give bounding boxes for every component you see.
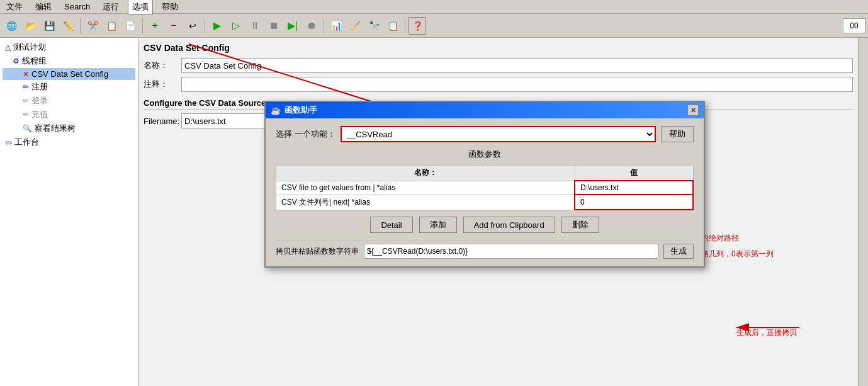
param-row-1: CSV file to get values from | *alias D:\… bbox=[276, 181, 694, 195]
detail-button[interactable]: Detail bbox=[370, 217, 412, 233]
toolbar-sep-4 bbox=[324, 18, 324, 33]
counter-display: 00 bbox=[843, 18, 865, 33]
copy-row: 拷贝并粘贴函数数字符串 生成 bbox=[276, 241, 694, 259]
panel-title: CSV Data Set Config bbox=[144, 43, 853, 53]
tb-copy[interactable]: 📋 bbox=[103, 17, 120, 35]
toolbar-sep-3 bbox=[205, 18, 205, 33]
add-from-clipboard-button[interactable]: Add from Clipboard bbox=[463, 217, 555, 233]
menubar: 文件 编辑 Search 运行 选项 帮助 bbox=[0, 0, 868, 14]
tb-remove[interactable]: － bbox=[165, 17, 183, 35]
help-button[interactable]: 帮助 bbox=[661, 126, 694, 142]
dialog-title: ☕ 函数助手 bbox=[271, 105, 317, 116]
right-panel: CSV Data Set Config 名称： 注释： Configure th… bbox=[138, 38, 858, 386]
tb-open[interactable]: 📂 bbox=[21, 17, 39, 35]
tb-paste[interactable]: 📄 bbox=[121, 17, 139, 35]
recharge-icon: ✏ bbox=[23, 110, 29, 119]
tb-back[interactable]: ↩ bbox=[184, 17, 201, 35]
param-row-2: CSV 文件列号| next| *alias 0 bbox=[276, 195, 694, 210]
param-value-2[interactable]: 0 bbox=[575, 195, 693, 210]
dialog-box: ☕ 函数助手 ✕ 选择 一个功能： __CSVRead 帮助 函数参数 bbox=[264, 101, 705, 268]
register-icon: ✏ bbox=[23, 82, 29, 91]
menu-run[interactable]: 运行 bbox=[99, 0, 123, 14]
param-value-1[interactable]: D:\users.txt bbox=[575, 181, 693, 195]
tb-stop[interactable]: ⏹ bbox=[265, 17, 283, 35]
tb-table[interactable]: 📊 bbox=[327, 17, 345, 35]
csv-config-icon: ✕ bbox=[23, 70, 29, 79]
tb-edit[interactable]: ✏️ bbox=[59, 17, 77, 35]
thread-group-icon: ⚙ bbox=[13, 57, 20, 65]
params-table: 名称： 值 CSV file to get values from | *ali… bbox=[276, 165, 694, 210]
result-tree-icon: 🔍 bbox=[23, 124, 32, 133]
tb-add[interactable]: ＋ bbox=[146, 17, 164, 35]
param-name-1: CSV file to get values from | *alias bbox=[276, 181, 575, 195]
main-layout: △ 测试计划 ⚙ 线程组 ✕ CSV Data Set Config ✏ 注册 … bbox=[0, 38, 868, 386]
filename-label: Filename: bbox=[144, 116, 181, 126]
tree-item-login[interactable]: ✏ 登录 bbox=[3, 94, 135, 108]
generate-button[interactable]: 生成 bbox=[663, 244, 694, 259]
menu-file[interactable]: 文件 bbox=[3, 0, 26, 14]
tb-binoculars[interactable]: 🔭 bbox=[365, 17, 383, 35]
col-value-header: 值 bbox=[575, 166, 693, 181]
params-title: 函数参数 bbox=[276, 149, 694, 160]
copy-label: 拷贝并粘贴函数数字符串 bbox=[276, 246, 359, 257]
delete-button[interactable]: 删除 bbox=[561, 217, 599, 233]
select-label: 选择 一个功能： bbox=[276, 128, 335, 140]
tb-play-fast[interactable]: ▷ bbox=[227, 17, 245, 35]
tb-record[interactable]: ⏺ bbox=[303, 17, 320, 35]
dialog-close-button[interactable]: ✕ bbox=[687, 105, 699, 116]
menu-options[interactable]: 选项 bbox=[128, 0, 153, 14]
name-row: 名称： bbox=[144, 58, 853, 73]
toolbar-sep-5 bbox=[405, 18, 405, 33]
tb-help[interactable]: ❓ bbox=[409, 17, 426, 35]
tree-item-test-plan[interactable]: △ 测试计划 bbox=[3, 40, 135, 54]
dialog-icon: ☕ bbox=[271, 106, 281, 115]
tree-item-recharge[interactable]: ✏ 充值 bbox=[3, 108, 135, 122]
test-plan-icon: △ bbox=[5, 43, 11, 52]
tb-play[interactable]: ▶ bbox=[208, 17, 226, 35]
tree-item-csv-config[interactable]: ✕ CSV Data Set Config bbox=[3, 68, 135, 80]
name-input[interactable] bbox=[181, 58, 853, 73]
toolbar-sep-1 bbox=[80, 18, 81, 33]
dialog-buttons: Detail 添加 Add from Clipboard 删除 bbox=[276, 217, 694, 233]
tree-item-workbench[interactable]: ▭ 工作台 bbox=[3, 135, 135, 149]
annotation-copy: 生成后，直接拷贝 bbox=[736, 327, 797, 338]
tree-item-result-tree[interactable]: 🔍 察看结果树 bbox=[3, 122, 135, 135]
menu-edit[interactable]: 编辑 bbox=[31, 0, 55, 14]
dialog-body: 选择 一个功能： __CSVRead 帮助 函数参数 名称： 值 bbox=[266, 118, 704, 266]
login-icon: ✏ bbox=[23, 96, 29, 105]
toolbar: 🌐 📂 💾 ✏️ ✂️ 📋 📄 ＋ － ↩ ▶ ▷ ⏸ ⏹ ▶| ⏺ 📊 🧹 🔭… bbox=[0, 14, 868, 38]
comment-label: 注释： bbox=[144, 79, 181, 90]
right-scrollbar[interactable] bbox=[858, 38, 868, 386]
dialog-titlebar: ☕ 函数助手 ✕ bbox=[266, 102, 704, 118]
menu-help[interactable]: 帮助 bbox=[158, 0, 182, 14]
workbench-icon: ▭ bbox=[5, 138, 12, 147]
tb-pause[interactable]: ⏸ bbox=[246, 17, 264, 35]
tree-item-thread-group[interactable]: ⚙ 线程组 bbox=[3, 54, 135, 68]
tb-cut[interactable]: ✂️ bbox=[84, 17, 101, 35]
function-select[interactable]: __CSVRead bbox=[341, 126, 656, 142]
copy-input[interactable] bbox=[364, 244, 658, 259]
menu-search[interactable]: Search bbox=[60, 1, 94, 13]
param-name-2: CSV 文件列号| next| *alias bbox=[276, 195, 575, 210]
tb-broom[interactable]: 🧹 bbox=[346, 17, 364, 35]
toolbar-sep-2 bbox=[142, 18, 143, 33]
add-button[interactable]: 添加 bbox=[419, 217, 457, 233]
comment-row: 注释： bbox=[144, 77, 853, 92]
dialog-title-text: 函数助手 bbox=[285, 105, 317, 116]
tree-item-register[interactable]: ✏ 注册 bbox=[3, 80, 135, 94]
tb-save[interactable]: 💾 bbox=[40, 17, 58, 35]
comment-input[interactable] bbox=[181, 77, 853, 92]
tb-next[interactable]: ▶| bbox=[284, 17, 302, 35]
tb-list[interactable]: 📋 bbox=[384, 17, 402, 35]
col-name-header: 名称： bbox=[276, 166, 575, 181]
left-panel: △ 测试计划 ⚙ 线程组 ✕ CSV Data Set Config ✏ 注册 … bbox=[0, 38, 138, 386]
tb-new[interactable]: 🌐 bbox=[3, 17, 20, 35]
select-function-row: 选择 一个功能： __CSVRead 帮助 bbox=[276, 126, 694, 142]
name-label: 名称： bbox=[144, 60, 181, 71]
